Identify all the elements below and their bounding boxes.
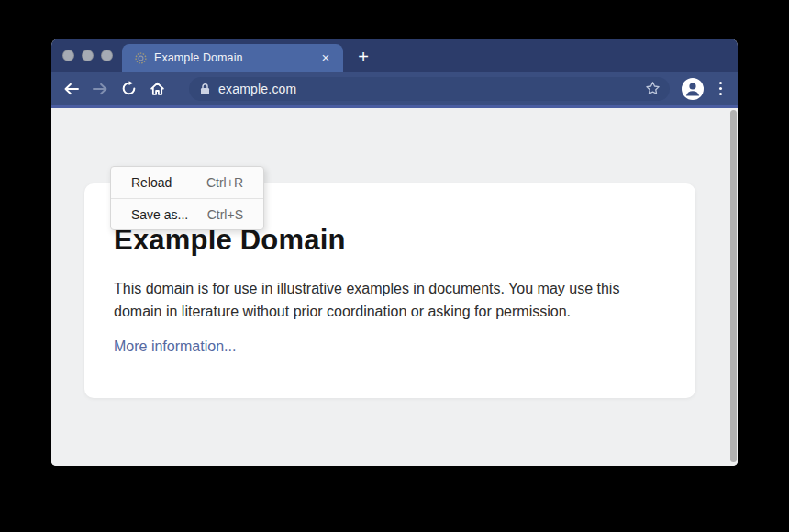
browser-toolbar: example.com xyxy=(51,72,738,108)
dot-icon xyxy=(719,82,722,84)
context-menu: Reload Ctrl+R Save as... Ctrl+S xyxy=(110,166,264,230)
menu-item-shortcut: Ctrl+R xyxy=(206,175,243,190)
browser-menu-button[interactable] xyxy=(712,82,728,95)
window-close-button[interactable] xyxy=(62,50,74,61)
screenshot-canvas: Example Domain × + xyxy=(0,0,789,532)
url-text: example.com xyxy=(218,82,296,96)
page-paragraph: This domain is for use in illustrative e… xyxy=(114,277,669,323)
star-icon xyxy=(645,81,661,96)
profile-avatar-button[interactable] xyxy=(681,77,705,101)
bookmark-star-button[interactable] xyxy=(645,81,661,96)
context-menu-item-reload[interactable]: Reload Ctrl+R xyxy=(111,167,263,198)
home-icon xyxy=(150,82,165,96)
window-minimize-button[interactable] xyxy=(82,50,94,61)
tab-close-icon[interactable]: × xyxy=(317,50,334,66)
context-menu-item-save-as[interactable]: Save as... Ctrl+S xyxy=(111,198,263,229)
back-button[interactable] xyxy=(61,76,83,102)
menu-item-label: Save as... xyxy=(131,207,188,222)
window-maximize-button[interactable] xyxy=(101,50,113,61)
forward-button[interactable] xyxy=(89,76,111,102)
vertical-scrollbar[interactable] xyxy=(730,110,737,462)
new-tab-button[interactable]: + xyxy=(350,44,376,72)
menu-item-shortcut: Ctrl+S xyxy=(207,207,243,222)
tab-favicon-icon xyxy=(135,52,147,64)
address-bar[interactable]: example.com xyxy=(189,77,670,101)
reload-icon xyxy=(121,81,137,96)
dot-icon xyxy=(719,87,722,90)
tab-title: Example Domain xyxy=(154,51,317,64)
forward-arrow-icon xyxy=(92,83,108,95)
lock-icon xyxy=(200,83,210,95)
window-controls xyxy=(62,50,113,61)
dot-icon xyxy=(719,93,722,95)
menu-item-label: Reload xyxy=(131,175,172,190)
back-arrow-icon xyxy=(63,83,80,95)
home-button[interactable] xyxy=(146,76,168,102)
reload-button[interactable] xyxy=(117,76,139,102)
page-viewport: Example Domain This domain is for use in… xyxy=(51,108,738,466)
tab-example-domain[interactable]: Example Domain × xyxy=(122,44,343,72)
more-information-link[interactable]: More information... xyxy=(114,338,236,355)
browser-window: Example Domain × + xyxy=(51,39,738,466)
avatar-icon xyxy=(681,77,705,101)
tab-strip: Example Domain × + xyxy=(51,39,738,72)
